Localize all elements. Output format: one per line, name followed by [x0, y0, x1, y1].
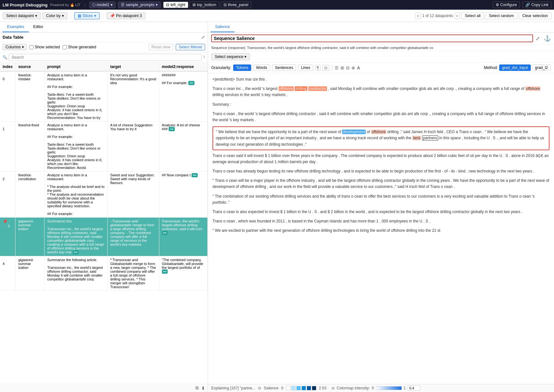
right-tabs-bar: Salience	[208, 22, 554, 33]
show-selected-label[interactable]: Show selected	[29, 45, 60, 49]
model-icon: ⬡	[92, 3, 95, 7]
model-selector[interactable]: ⬡ model2 ▾	[89, 2, 115, 8]
token-highlight[interactable]: offshore	[371, 130, 386, 134]
salience-anchor-button[interactable]: ⚓	[544, 35, 551, 42]
download-table-button[interactable]: ⬇	[201, 386, 205, 391]
copy-link-button[interactable]: 🔗 Copy Link	[522, 2, 551, 8]
expand-table-button[interactable]: ⤢	[201, 34, 205, 40]
view-three-panel[interactable]: ⊟ three_panel	[221, 2, 251, 8]
cell-target: It's not very good Recommendation: It's …	[107, 71, 159, 122]
show-selected-checkbox[interactable]	[29, 45, 34, 49]
view-left-right[interactable]: ⊟ left_right	[163, 2, 188, 8]
star-icon[interactable]: ☆	[3, 224, 6, 228]
tab-salience[interactable]: Salience	[211, 22, 234, 32]
gran-plus-icon[interactable]: ⊕	[351, 65, 355, 70]
next-datapoint-button[interactable]: ›	[454, 13, 460, 19]
expand-dots[interactable]: •••	[73, 250, 79, 254]
configure-icon: ⚙	[496, 3, 499, 7]
table-row[interactable]: 0 fewshot-mistake Analyze a menu item in…	[0, 71, 208, 122]
powered-by: Powered by 🔥 LIT	[50, 3, 80, 7]
dataset-label: sample_prompts	[126, 3, 154, 7]
top-bar-actions: ⚙ Configure 🔗 Copy Link	[493, 2, 551, 8]
expand-dots[interactable]: •••	[162, 270, 168, 274]
columns-button[interactable]: Columns ▾	[3, 44, 27, 50]
dataset-selector[interactable]: ☰ sample_prompts ▾	[118, 2, 161, 8]
gran-sentences-button[interactable]: Sentences	[272, 64, 296, 71]
intensity-input[interactable]	[408, 386, 420, 391]
tab-examples[interactable]: Examples	[3, 22, 29, 32]
gran-config-icon[interactable]: ⊙	[322, 65, 329, 71]
color-by-button[interactable]: Color by ▾	[43, 12, 67, 19]
cell-target: * Transocean and Globalsantafe merge to …	[107, 256, 159, 291]
expand-dots[interactable]: •••	[169, 127, 175, 131]
cell-source: gigaword-summar ization	[15, 218, 45, 256]
cell-prompt: Summarize the following article. Transoc…	[45, 256, 107, 291]
gran-text-icon[interactable]: A	[357, 65, 360, 70]
search-row: 🔍 ?	[0, 53, 208, 63]
select-all-button[interactable]: Select all	[461, 12, 484, 19]
table-row[interactable]: 📌 ☆ 3 gigaword-summar ization Summarize …	[0, 218, 208, 256]
table-row[interactable]: 2 fewshot-constitution Analyze a menu it…	[0, 172, 208, 218]
granularity-row: Granularity: Tokens Words Sentences Line…	[208, 63, 554, 73]
table-row[interactable]: 1 fewshot-fixed Analyze a menu item in a…	[0, 122, 208, 172]
view-left-right-label: left_right	[171, 3, 185, 7]
method-grad-l2-button[interactable]: grad_l2	[532, 64, 551, 71]
view-switcher: ⊟ left_right ⊞ top_bottom ⊟ three_panel	[163, 2, 251, 8]
reset-view-button[interactable]: Reset view	[149, 44, 173, 50]
gran-grid-icon[interactable]: ⊞	[341, 65, 344, 70]
prev-datapoint-button[interactable]: ‹	[415, 13, 421, 19]
datapoint-nav: ‹ 1 of 12 datapoints › Select all Select…	[415, 12, 551, 19]
expand-dots[interactable]: •••	[188, 81, 194, 85]
token-highlight[interactable]: drilling	[295, 86, 307, 91]
token-highlight[interactable]: development	[342, 130, 366, 134]
select-datapoint-button[interactable]: Select datapoint ▾	[3, 12, 41, 19]
data-table-title: Data Table	[3, 35, 201, 40]
clear-selection-button[interactable]: Clear selection	[519, 12, 551, 19]
show-generated-checkbox[interactable]	[63, 45, 67, 49]
salience-subtitle: Sequence (response): Transocean, the wor…	[208, 44, 554, 51]
select-random-button[interactable]: Select random	[485, 12, 517, 19]
slices-button[interactable]: ▦ Slices ▾	[74, 12, 100, 19]
token-highlight[interactable]: offshore	[279, 86, 294, 91]
expand-dots[interactable]: •••	[192, 173, 198, 177]
tab-editor[interactable]: Editor	[29, 22, 48, 32]
expand-salience-button[interactable]: ⤢	[536, 35, 540, 42]
cell-response: Transocean, the world's largest offshore…	[159, 218, 207, 256]
cell-target: - Transocean and globalsantafe merge to …	[107, 218, 159, 256]
explaining-text: Explaining [167] "partne...	[211, 386, 255, 390]
gran-tokens-button[interactable]: Tokens	[233, 64, 251, 71]
expand-dots[interactable]: •••	[162, 231, 168, 235]
text-block-1: <|endoftext|> Sum mar ize this .	[213, 76, 549, 83]
gran-words-button[interactable]: Words	[253, 64, 270, 71]
copy-link-icon: 🔗	[525, 3, 530, 7]
dt-controls: Columns ▾ Show selected Show generated R…	[0, 42, 208, 53]
table-row[interactable]: 4 gigaword-summar ization Summarize the …	[0, 256, 208, 291]
view-top-bottom-icon: ⊞	[193, 3, 196, 7]
seq-select-row: Select sequence ▾	[208, 51, 554, 63]
search-help-icon[interactable]: ?	[203, 55, 205, 60]
method-grad-dot-button[interactable]: grad_dot_input	[499, 64, 531, 71]
cell-index: 2	[0, 172, 15, 218]
cell-index: 📌 ☆ 3	[0, 218, 15, 256]
copy-table-button[interactable]: ⧉	[195, 385, 199, 391]
gran-list-icon[interactable]: ☰	[335, 65, 339, 70]
cell-prompt: Analyze a menu item in a restaurant. ## …	[45, 122, 107, 172]
show-generated-label[interactable]: Show generated	[63, 45, 96, 49]
col-header-index: index	[0, 63, 15, 71]
select-sequence-button[interactable]: Select sequence ▾	[211, 53, 250, 60]
col-header-prompt: prompt	[45, 63, 107, 71]
gran-compare-icon[interactable]: ⊟	[346, 65, 350, 70]
view-top-bottom[interactable]: ⊞ top_bottom	[190, 2, 219, 8]
gran-lines-button[interactable]: Lines	[298, 64, 313, 71]
token-highlight[interactable]: best	[412, 136, 421, 140]
table-header-row: index source prompt target model2:respon…	[0, 63, 208, 71]
configure-button[interactable]: ⚙ Configure	[493, 2, 520, 8]
search-input[interactable]	[9, 54, 202, 61]
select-filtered-button[interactable]: Select filtered	[176, 44, 205, 50]
token-highlight[interactable]: offshore	[525, 86, 540, 91]
token-highlight[interactable]: contractor	[308, 86, 327, 91]
text-block-7: Trans o cean has already begun testing i…	[213, 168, 549, 174]
token-best-partners[interactable]: partners	[422, 135, 438, 141]
cell-response: "The combined company, Globalsantafe, wi…	[159, 256, 207, 291]
pin-button[interactable]: 📌 Pin datapoint 3	[106, 12, 145, 19]
